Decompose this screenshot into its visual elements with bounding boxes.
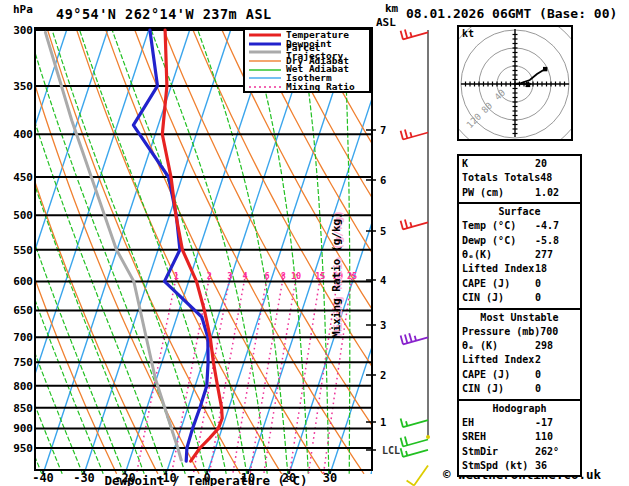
km-tick-label: 2 bbox=[380, 369, 386, 381]
table-row-value: 298 bbox=[535, 339, 577, 353]
table-row-label: K bbox=[462, 157, 468, 171]
pressure-tick-label: 500 bbox=[13, 209, 33, 222]
table-row-value: 0 bbox=[535, 291, 577, 305]
pressure-tick-label: 300 bbox=[13, 24, 33, 37]
km-tick-label: 4 bbox=[380, 274, 386, 286]
table-row: Lifted Index2 bbox=[462, 353, 577, 367]
pressure-tick-label: 800 bbox=[13, 380, 33, 393]
lcl-label: LCL bbox=[382, 445, 400, 456]
table-row-value: 2 bbox=[535, 353, 577, 367]
km-tick-label: 6 bbox=[380, 174, 386, 186]
table-row-label: CIN (J) bbox=[462, 382, 504, 396]
table-row: StmSpd (kt)36 bbox=[462, 459, 577, 473]
table-section-header: Hodograph bbox=[462, 402, 577, 416]
x-tick-label: -30 bbox=[73, 471, 95, 485]
table-section: K20Totals Totals48PW (cm)1.02 bbox=[459, 156, 580, 202]
km-tick-label: 7 bbox=[380, 124, 386, 136]
table-row-label: Totals Totals bbox=[462, 171, 540, 185]
table-row-label: Temp (°C) bbox=[462, 219, 516, 233]
table-row: CIN (J)0 bbox=[462, 291, 577, 305]
table-row-label: CAPE (J) bbox=[462, 368, 510, 382]
table-row: K20 bbox=[462, 157, 577, 171]
legend-line-sample bbox=[248, 32, 282, 38]
hodograph-marker bbox=[543, 67, 547, 71]
table-row: Temp (°C)-4.7 bbox=[462, 219, 577, 233]
table-row: θₑ (K)298 bbox=[462, 339, 577, 353]
table-row-label: Pressure (mb) bbox=[462, 325, 540, 339]
skewt-screenshot: hPa 49°54'N 262°14'W 237m ASL km ASL 08.… bbox=[0, 0, 629, 486]
table-row-value: 0 bbox=[535, 382, 577, 396]
mixing-ratio-value: 25 bbox=[347, 271, 357, 281]
table-row-label: EH bbox=[462, 416, 474, 430]
table-row-value: 20 bbox=[535, 157, 577, 171]
mixing-ratio-line bbox=[290, 274, 321, 474]
table-row-label: CAPE (J) bbox=[462, 277, 510, 291]
legend-line-sample bbox=[248, 84, 282, 90]
pressure-tick-label: 950 bbox=[13, 442, 33, 455]
table-row-value: -17 bbox=[535, 416, 577, 430]
pressure-tick-label: 450 bbox=[13, 171, 33, 184]
km-tick-label: 1 bbox=[380, 416, 386, 428]
wind-barb bbox=[401, 130, 428, 140]
wind-barb bbox=[401, 30, 428, 40]
table-row: CAPE (J)0 bbox=[462, 368, 577, 382]
wind-barb bbox=[401, 419, 428, 428]
hodograph-plot: 4080120 bbox=[459, 27, 571, 139]
table-row-value: 700 bbox=[540, 325, 582, 339]
table-row-label: θₑ (K) bbox=[462, 339, 498, 353]
mixing-ratio-value: 3 bbox=[227, 271, 232, 281]
mixing-ratio-value: 15 bbox=[315, 271, 325, 281]
pressure-tick-label: 900 bbox=[13, 422, 33, 435]
table-row: PW (cm)1.02 bbox=[462, 186, 577, 200]
table-row: θₑ(K)277 bbox=[462, 248, 577, 262]
legend-line-sample bbox=[248, 75, 282, 81]
table-row-label: SREH bbox=[462, 430, 486, 444]
dewpoint-curve bbox=[133, 30, 208, 461]
table-row: SREH110 bbox=[462, 430, 577, 444]
x-tick-label: -40 bbox=[32, 471, 54, 485]
x-tick-label: 30 bbox=[323, 471, 337, 485]
legend-item-label: Mixing Ratio bbox=[286, 83, 355, 92]
wind-barb bbox=[401, 333, 428, 344]
legend-item: Mixing Ratio bbox=[248, 83, 369, 92]
table-row: Totals Totals48 bbox=[462, 171, 577, 185]
mixing-ratio-value: 1 bbox=[174, 271, 179, 281]
table-row: Lifted Index18 bbox=[462, 262, 577, 276]
table-row-value: 48 bbox=[540, 171, 582, 185]
pressure-tick-label: 400 bbox=[13, 128, 33, 141]
mixing-ratio-axis-label: Mixing Ratio (g/kg) bbox=[330, 208, 343, 338]
table-row: CAPE (J)0 bbox=[462, 277, 577, 291]
legend-line-sample bbox=[248, 41, 282, 47]
x-axis-label: Dewpoint / Temperature (°C) bbox=[104, 473, 307, 486]
table-row-value: 277 bbox=[535, 248, 577, 262]
table-row: Dewp (°C)-5.8 bbox=[462, 234, 577, 248]
legend: TemperatureDewpointParcel TrajectoryDry … bbox=[243, 28, 371, 93]
table-row-value: 1.02 bbox=[535, 186, 577, 200]
hodograph-panel: 4080120 bbox=[457, 25, 573, 141]
hodograph-ring-label: 120 bbox=[465, 111, 484, 130]
mixing-ratio-value: 4 bbox=[242, 271, 247, 281]
table-section: SurfaceTemp (°C)-4.7Dewp (°C)-5.8θₑ(K)27… bbox=[459, 202, 580, 307]
table-row-value: -5.8 bbox=[535, 234, 577, 248]
hodograph-ring-label: 40 bbox=[493, 87, 508, 102]
table-row-value: -4.7 bbox=[535, 219, 577, 233]
mixing-ratio-value: 2 bbox=[207, 271, 212, 281]
pressure-tick-label: 700 bbox=[13, 331, 33, 344]
table-section-header: Most Unstable bbox=[462, 311, 577, 325]
table-row: Pressure (mb)700 bbox=[462, 325, 577, 339]
table-section: HodographEH-17SREH110StmDir262°StmSpd (k… bbox=[459, 399, 580, 476]
pressure-tick-label: 750 bbox=[13, 356, 33, 369]
hodograph-ring-label: 80 bbox=[480, 100, 495, 115]
legend-line-sample bbox=[248, 49, 282, 55]
hodograph-unit-label: kt bbox=[462, 28, 474, 39]
table-row-label: StmDir bbox=[462, 445, 498, 459]
table-row-value: 0 bbox=[535, 368, 577, 382]
wind-barb-column bbox=[401, 30, 430, 486]
table-row-value: 110 bbox=[535, 430, 577, 444]
wind-barb bbox=[401, 448, 428, 457]
pressure-tick-label: 650 bbox=[13, 304, 33, 317]
table-row-label: CIN (J) bbox=[462, 291, 504, 305]
legend-line-sample bbox=[248, 58, 282, 64]
pressure-tick-label: 850 bbox=[13, 402, 33, 415]
table-row: EH-17 bbox=[462, 416, 577, 430]
